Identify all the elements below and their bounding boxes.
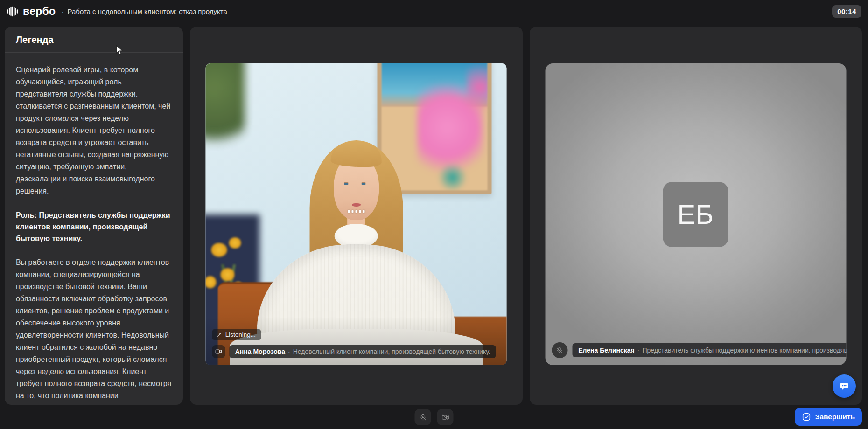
user-label-row: Елена Белинская · Представитель службы п… (552, 342, 846, 358)
microphone-mute-button[interactable] (415, 409, 431, 425)
microphone-off-icon (419, 413, 427, 422)
verbo-logo-icon (7, 5, 19, 18)
user-video-placeholder: ЕБ Елена Белинская · (545, 63, 846, 365)
chat-button[interactable] (833, 374, 856, 398)
user-panel: ЕБ Елена Белинская · (530, 27, 862, 405)
client-role: Недовольный клиент компании, производяще… (293, 348, 490, 355)
user-mic-muted-badge (552, 342, 567, 358)
legend-body[interactable]: Сценарий ролевой игры, в котором обучающ… (5, 53, 183, 405)
microphone-off-icon (556, 346, 564, 354)
camera-off-icon (441, 413, 449, 422)
video-foliage (206, 63, 245, 157)
legend-title: Легенда (5, 27, 183, 53)
client-video: Listening... Анна Морозова · Недовольный… (206, 63, 507, 365)
legend-role-heading: Роль: Представитель службы поддержки кли… (16, 209, 172, 244)
client-lips (352, 203, 361, 207)
user-separator: · (637, 346, 640, 354)
listening-wand-icon (216, 332, 223, 338)
call-controls (415, 409, 454, 425)
video-camera-icon (215, 348, 223, 355)
chat-bubble-icon (839, 381, 850, 392)
client-panel: Listening... Анна Морозова · Недовольный… (190, 27, 523, 405)
logo-text: вербо (23, 5, 56, 18)
legend-panel: Легенда Сценарий ролевой игры, в котором… (5, 27, 183, 405)
user-name-badge: Елена Белинская · Представитель службы п… (572, 343, 846, 357)
session-title: · Работа с недовольным клиентом: отказ п… (61, 7, 227, 15)
top-bar: вербо · Работа с недовольным клиентом: о… (0, 0, 868, 22)
client-separator: · (288, 348, 290, 355)
camera-mute-button[interactable] (437, 409, 454, 425)
client-label-row: Анна Морозова · Недовольный клиент компа… (212, 345, 496, 358)
user-initials: ЕБ (677, 199, 714, 230)
speech-indicator-dots (348, 210, 364, 213)
user-avatar: ЕБ (663, 182, 728, 247)
session-timer: 00:14 (832, 5, 861, 18)
user-name: Елена Белинская (578, 346, 635, 354)
listening-status-badge: Listening... (212, 329, 261, 340)
finish-button-label: Завершить (815, 413, 855, 421)
session-title-text: Работа с недовольным клиентом: отказ про… (67, 7, 227, 15)
legend-paragraph-role: Вы работаете в отделе поддержки клиентов… (16, 256, 172, 405)
app-logo: вербо (7, 5, 56, 18)
camera-on-badge (212, 345, 225, 358)
title-separator: · (61, 7, 63, 15)
legend-paragraph-scenario: Сценарий ролевой игры, в котором обучающ… (16, 64, 172, 197)
finish-button[interactable]: Завершить (795, 408, 862, 426)
check-square-icon (802, 412, 811, 422)
user-role: Представитель службы поддержки клиентов … (642, 346, 846, 354)
client-name-badge: Анна Морозова · Недовольный клиент компа… (230, 345, 496, 358)
main-area: Легенда Сценарий ролевой игры, в котором… (5, 27, 862, 405)
listening-status-text: Listening... (225, 331, 256, 338)
client-name: Анна Морозова (235, 348, 285, 355)
